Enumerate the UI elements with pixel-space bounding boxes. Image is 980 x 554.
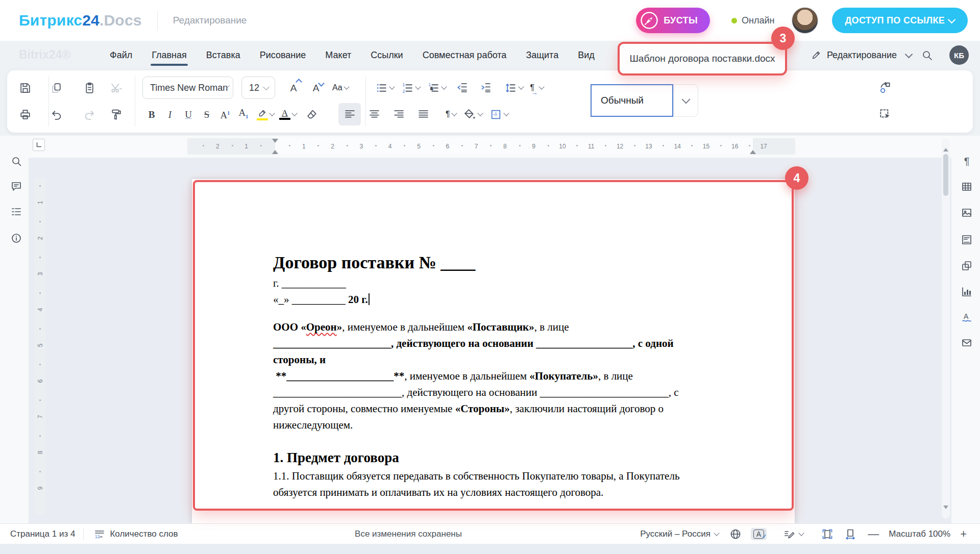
subscript-button[interactable]: A1 (234, 103, 253, 125)
ruler-number: 6 (37, 377, 44, 386)
strikethrough-button[interactable]: S (198, 103, 216, 125)
table-settings-button[interactable] (959, 179, 975, 195)
align-center-button[interactable] (363, 103, 385, 125)
increase-indent-button[interactable] (476, 77, 496, 99)
vertical-scrollbar[interactable] (942, 139, 950, 518)
document-language-button[interactable] (728, 526, 743, 542)
bitrix24-docs-editor: Битрикс24.Docs Редактирование БУСТЫ Онла… (0, 0, 980, 554)
vertical-ruler[interactable]: 123456789 (34, 178, 46, 515)
highlight-color-button[interactable] (257, 109, 274, 120)
cut-button[interactable] (105, 77, 127, 99)
spell-check-toggle[interactable]: A ✓ (751, 528, 767, 540)
change-case-button[interactable]: Aa (332, 83, 349, 92)
undo-button[interactable] (45, 103, 67, 125)
increase-font-button[interactable]: A (282, 77, 305, 99)
justify-button[interactable] (412, 103, 434, 125)
numbered-list-button[interactable]: 12 (401, 82, 420, 94)
menu-item-Защита[interactable]: Защита (526, 41, 558, 69)
image-settings-button[interactable] (959, 205, 975, 221)
scroll-down-arrow[interactable] (943, 506, 948, 514)
replace-button[interactable] (874, 77, 896, 99)
sidebar-about-button[interactable] (8, 230, 24, 246)
track-changes-button[interactable] (781, 526, 805, 542)
share-access-button[interactable]: ДОСТУП ПО ССЫЛКЕ (832, 8, 968, 33)
paragraph-direction-button[interactable]: ¶ → (530, 83, 544, 92)
zoom-in-button[interactable]: + (958, 529, 969, 539)
bold-button[interactable]: B (142, 103, 161, 125)
boosts-button[interactable]: БУСТЫ (636, 8, 710, 33)
decrease-font-button[interactable]: A (305, 77, 327, 99)
scrollbar-thumb[interactable] (943, 154, 948, 196)
menu-item-Рисование[interactable]: Рисование (260, 41, 306, 69)
copy-button[interactable] (45, 77, 67, 99)
shape-settings-button[interactable] (959, 258, 975, 274)
scroll-up-arrow[interactable] (943, 143, 948, 152)
menu-item-Совместная работа[interactable]: Совместная работа (423, 41, 507, 69)
horizontal-ruler[interactable]: 211234567891011121314151617 (187, 138, 795, 155)
align-right-button[interactable] (387, 103, 410, 125)
mailmerge-settings-button[interactable] (959, 335, 975, 351)
right-indent-marker[interactable] (750, 150, 756, 154)
zoom-out-button[interactable]: — (866, 529, 881, 539)
print-button[interactable] (14, 103, 36, 125)
page-indicator[interactable]: Страница 1 из 4 (10, 529, 75, 539)
format-painter-button[interactable] (105, 103, 127, 125)
increase-indent-icon (479, 82, 492, 94)
search-button[interactable] (919, 47, 935, 63)
multilevel-list-button[interactable]: 1 a (427, 82, 446, 94)
fit-width-button[interactable] (843, 526, 858, 542)
bullet-list-button[interactable] (375, 82, 394, 94)
tab-selector[interactable] (33, 139, 45, 151)
zoom-level: Масштаб 100% (889, 529, 950, 539)
language-select[interactable]: Русский – Россия (639, 527, 720, 541)
select-button[interactable] (874, 103, 896, 125)
mode-menu-button[interactable]: Редактирование (811, 49, 912, 61)
menu-item-Ссылки[interactable]: Ссылки (371, 41, 403, 69)
clear-formatting-button[interactable] (302, 103, 322, 125)
word-count-button[interactable]: 12 Количество слов (92, 526, 179, 542)
document-text[interactable]: Договор поставки № ____г. ____________«_… (273, 250, 763, 500)
borders-button[interactable] (489, 108, 508, 121)
doc-text-run: «_» __________ (273, 293, 348, 306)
font-size-select[interactable]: 12 (241, 77, 275, 99)
menu-item-Вид[interactable]: Вид (578, 41, 595, 69)
ruler-dot (39, 328, 41, 330)
textart-settings-button[interactable]: A (959, 309, 975, 325)
menu-item-Макет[interactable]: Макет (325, 41, 351, 69)
font-color-button[interactable]: A (279, 109, 297, 120)
chart-settings-button[interactable] (959, 284, 975, 300)
shading-button[interactable] (463, 108, 482, 121)
menu-item-Главная[interactable]: Главная (152, 41, 187, 69)
align-left-button[interactable] (338, 103, 361, 125)
menu-item-Файл[interactable]: Файл (110, 41, 132, 69)
doc-line: г. ____________ (273, 275, 763, 291)
left-indent-marker[interactable] (272, 150, 278, 154)
align-center-icon (368, 108, 381, 121)
paragraph-settings-button[interactable]: ¶ (959, 153, 975, 169)
headerfooter-settings-button[interactable] (959, 232, 975, 248)
style-gallery-expand[interactable] (674, 84, 698, 117)
sidebar-comments-button[interactable] (8, 178, 24, 194)
redo-button[interactable] (78, 103, 101, 125)
style-gallery-current[interactable]: Обычный (591, 84, 673, 117)
document-title-callout[interactable]: Шаблон договора поставки.docx (618, 42, 787, 75)
sidebar-search-button[interactable] (8, 153, 24, 169)
sidebar-navigation-button[interactable] (8, 204, 24, 220)
user-avatar[interactable] (791, 7, 819, 34)
ruler-dot (347, 145, 348, 146)
line-spacing-button[interactable] (504, 82, 523, 94)
superscript-button[interactable]: A1 (216, 103, 234, 125)
paste-button[interactable] (78, 77, 101, 99)
fit-page-button[interactable] (820, 526, 835, 542)
doc-text-run: другой стороны, совместно именуемые (273, 402, 455, 415)
menu-item-Вставка[interactable]: Вставка (206, 41, 240, 69)
font-name-select[interactable]: Times New Roman (142, 77, 233, 99)
user-initials-avatar[interactable]: КБ (949, 45, 969, 65)
save-button[interactable] (14, 77, 36, 99)
paragraph-marks-button[interactable]: ¶ (446, 110, 456, 119)
italic-button[interactable]: I (161, 103, 179, 125)
first-line-indent-marker[interactable] (272, 139, 278, 143)
underline-button[interactable]: U (179, 103, 198, 125)
decrease-indent-button[interactable] (452, 77, 473, 99)
change-case-icon: Aa (332, 83, 342, 92)
